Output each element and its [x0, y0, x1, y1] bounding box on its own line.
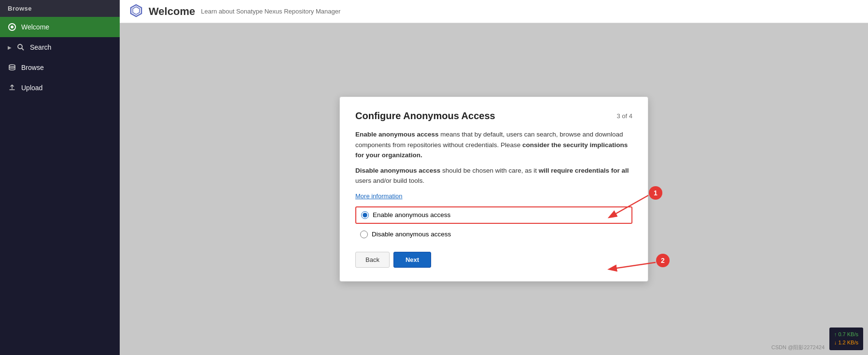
sidebar-item-upload[interactable]: Upload [0, 78, 120, 98]
circle-icon [8, 23, 16, 31]
disable-anonymous-access-label: Disable anonymous access [372, 231, 451, 238]
enable-radio-input[interactable] [361, 211, 369, 219]
search-icon [16, 43, 25, 52]
svg-marker-6 [133, 7, 140, 14]
sidebar-item-browse-label: Browse [21, 64, 44, 71]
sidebar: Browse Welcome ▶ Search [0, 0, 120, 355]
svg-point-10 [656, 254, 670, 267]
body2-end: users and/or build tools. [355, 177, 424, 184]
sidebar-item-search-label: Search [30, 43, 51, 51]
modal-body: Enable anonymous access means that by de… [355, 129, 632, 186]
modal-actions: Back Next [355, 252, 632, 268]
modal-header: Configure Anonymous Access 3 of 4 [355, 110, 632, 122]
sidebar-item-browse[interactable]: Browse [0, 57, 120, 78]
modal-title: Configure Anonymous Access [355, 110, 495, 122]
dialog-area: Configure Anonymous Access 3 of 4 Enable… [120, 23, 868, 355]
more-information-link[interactable]: More information [355, 192, 403, 200]
nexus-logo [129, 4, 143, 19]
svg-point-1 [11, 26, 14, 28]
radio-group: Enable anonymous access Disable anonymou… [355, 206, 632, 242]
body-paragraph-2: Disable anonymous access should be chose… [355, 165, 632, 186]
enable-anonymous-access-label: Enable anonymous access [373, 211, 450, 218]
sidebar-item-welcome-label: Welcome [21, 23, 49, 31]
svg-point-4 [9, 65, 15, 67]
enable-anonymous-access-option[interactable]: Enable anonymous access [355, 206, 632, 224]
back-button[interactable]: Back [355, 252, 390, 268]
svg-point-2 [18, 44, 22, 49]
sidebar-item-welcome[interactable]: Welcome [0, 17, 120, 37]
sidebar-item-search[interactable]: ▶ Search [0, 37, 120, 57]
svg-text:1: 1 [654, 189, 658, 197]
svg-line-3 [22, 48, 24, 50]
body2-suffix: should be chosen with care, as it [440, 167, 538, 174]
upload-icon [8, 83, 16, 92]
next-button[interactable]: Next [393, 252, 431, 268]
svg-point-7 [649, 186, 662, 200]
page-header: Welcome Learn about Sonatype Nexus Repos… [120, 0, 868, 23]
layers-icon [8, 63, 16, 72]
disable-radio-input[interactable] [360, 231, 368, 238]
sidebar-item-upload-label: Upload [21, 84, 42, 92]
upload-speed: ↑ 0.7 KB/s [834, 330, 858, 339]
expand-arrow-icon: ▶ [8, 45, 12, 50]
dialog-wrapper: Configure Anonymous Access 3 of 4 Enable… [339, 96, 648, 282]
disable-anonymous-access-option[interactable]: Disable anonymous access [355, 227, 632, 242]
page-title: Welcome [149, 5, 195, 18]
svg-text:2: 2 [661, 257, 665, 264]
page-subtitle: Learn about Sonatype Nexus Repository Ma… [201, 8, 340, 15]
download-speed: ↓ 1.2 KB/s [834, 339, 858, 347]
watermark: CSDN @阳影2272424 [771, 344, 825, 351]
sidebar-header: Browse [0, 0, 120, 17]
body2-bold: will require credentials for all [539, 167, 629, 174]
configure-anonymous-access-modal: Configure Anonymous Access 3 of 4 Enable… [339, 96, 648, 282]
network-badge: ↑ 0.7 KB/s ↓ 1.2 KB/s [829, 328, 863, 350]
modal-step: 3 of 4 [616, 112, 632, 120]
body-paragraph-1: Enable anonymous access means that by de… [355, 129, 632, 161]
enable-bold-text: Enable anonymous access [355, 131, 439, 138]
disable-bold-text: Disable anonymous access [355, 167, 440, 174]
